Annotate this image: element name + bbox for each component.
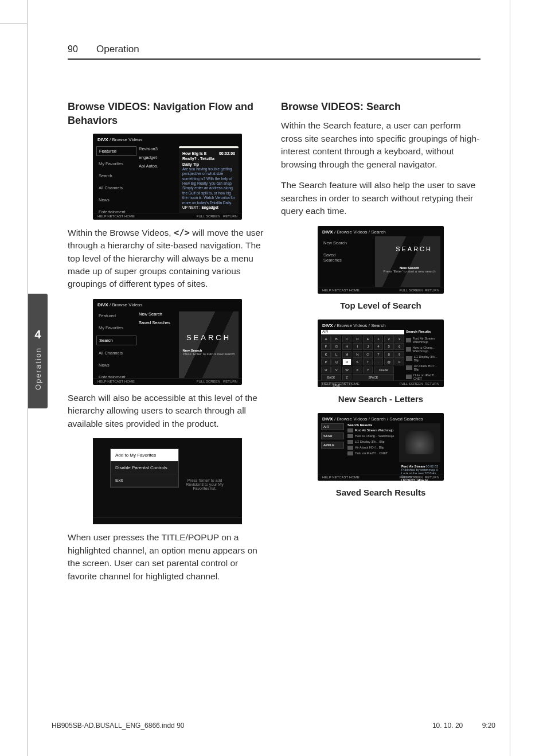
chapter-tab: 4 Operation	[28, 294, 48, 408]
saved-results: Search Results Ford Air Stream Watchmojo…	[347, 423, 397, 455]
popup-menu: Add to My FavoritesDisable Parental Cont…	[110, 449, 179, 488]
shot-top-left: New SearchSaved Searches	[321, 239, 353, 264]
running-header: 90 Operation	[68, 44, 480, 55]
footer-date: 10. 10. 20	[432, 722, 463, 730]
shot2-mid: New SearchSaved Searches	[139, 311, 173, 325]
heading-browse-flow: Browse VIDEOS: Navigation Flow and Behav…	[68, 100, 267, 128]
keyboard-results: Search Results Ford Air Stream Watchmojo…	[406, 330, 440, 380]
screenshot-new-search-letters: DIVX / Browse Videos / Search AIR ABCDE1…	[318, 319, 444, 387]
screenshot-saved-search: DIVX / Browse Videos / Search / Saved Se…	[318, 413, 444, 481]
screenshot-search-level: DIVX / Browse Videos FeaturedMy Favorite…	[93, 299, 242, 385]
chapter-label: Operation	[34, 347, 42, 390]
shot1-desc: How Big Is It Really? - Tekzilla Daily T…	[179, 148, 239, 212]
shot1-sidebar: FeaturedMy FavoritesSearchAll ChannelsNe…	[96, 146, 136, 220]
shot1-mid: Revision3engadgetAol Autos.	[139, 146, 173, 169]
search-input-mock: AIR	[321, 330, 404, 334]
screenshot-browse-featured: DIVX / Browse Videos FeaturedMy Favorite…	[93, 134, 242, 220]
caption-top-level: Top Level of Search	[281, 301, 480, 310]
para-r2: The Search feature will also help the us…	[281, 179, 480, 217]
onscreen-keyboard: ABCDE123FGHIJ456KLMNO789PQRST.@0UVWXYCLE…	[321, 336, 404, 387]
content: 90 Operation Browse VIDEOS: Navigation F…	[68, 44, 480, 591]
para-2: Search will also be accessible at this l…	[68, 392, 267, 430]
saved-preview	[399, 423, 440, 462]
page-number: 90	[68, 44, 85, 54]
saved-queries: AIRSTARAPPLE	[321, 423, 344, 449]
footer-time: 9:20	[482, 722, 495, 730]
screenshot-popup-menu: Add to My FavoritesDisable Parental Cont…	[93, 438, 242, 524]
para-3: When user presses the TITLE/POPUP on a h…	[68, 531, 267, 583]
left-column: Browse VIDEOS: Navigation Flow and Behav…	[68, 100, 267, 591]
caption-saved-search: Saved Search Results	[281, 488, 480, 497]
print-footer: HB905SB-AD.BUSALL_ENG_6866.indd 90 10. 1…	[52, 722, 495, 730]
saved-detail: Ford Air Stream00:02:03 Published by wat…	[399, 463, 440, 474]
para-1: Within the Browse Videos, </> will move …	[68, 227, 267, 291]
shot2-hero: SEARCH New SearchPress 'Enter' to start …	[179, 311, 239, 378]
crop-mark-right	[510, 0, 510, 756]
shot2-sidebar: FeaturedMy FavoritesSearchAll ChannelsNe…	[96, 311, 136, 385]
heading-browse-search: Browse VIDEOS: Search	[281, 100, 480, 114]
chapter-number: 4	[34, 328, 41, 341]
crop-mark-left	[0, 0, 28, 756]
nav-glyph: </>	[174, 228, 190, 238]
footer-file: HB905SB-AD.BUSALL_ENG_6866.indd 90	[52, 722, 184, 730]
header-rule	[68, 59, 480, 60]
section-title: Operation	[96, 44, 139, 55]
caption-new-search: New Search - Letters	[281, 394, 480, 404]
right-column: Browse VIDEOS: Search Within the Search …	[281, 100, 480, 591]
screenshot-top-level-search: DIVX / Browse Videos / Search New Search…	[318, 226, 444, 294]
para-r1: Within the Search feature, a user can pe…	[281, 119, 480, 171]
page: 4 Operation 90 Operation Browse VIDEOS: …	[0, 0, 547, 756]
